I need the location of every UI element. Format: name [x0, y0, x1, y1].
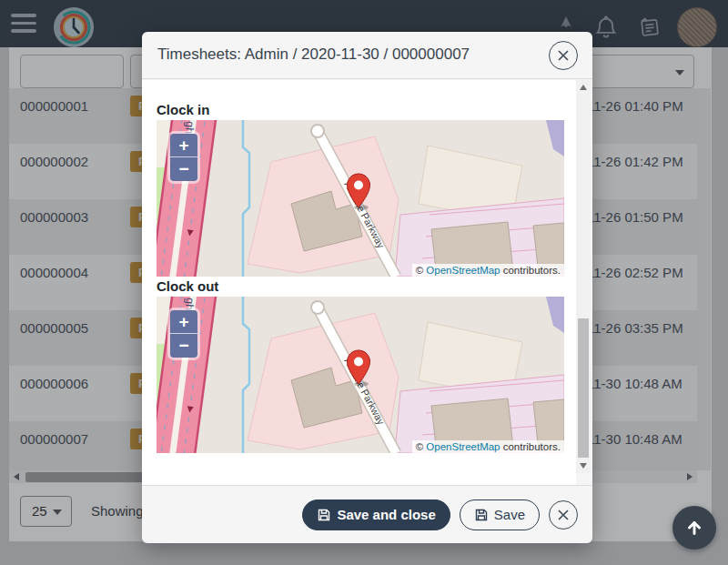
- zoom-out-button[interactable]: −: [170, 334, 197, 358]
- save-icon: [474, 508, 489, 522]
- openstreetmap-link[interactable]: OpenStreetMap: [426, 265, 500, 276]
- close-icon: [557, 509, 570, 521]
- modal-footer: Save and close Save: [142, 485, 592, 543]
- save-and-close-label: Save and close: [337, 507, 435, 522]
- scroll-down-icon[interactable]: [580, 463, 587, 469]
- modal-scroll-thumb[interactable]: [578, 318, 589, 458]
- zoom-in-button[interactable]: +: [170, 134, 197, 157]
- map-marker-icon: [346, 349, 371, 387]
- scroll-up-icon[interactable]: [580, 85, 587, 90]
- modal-title: Timesheets: Admin / 2020-11-30 / 0000000…: [157, 45, 470, 64]
- clock-out-label: Clock out: [157, 278, 218, 294]
- clock-out-map[interactable]: + − © OpenStreetMap contributors.: [157, 297, 564, 453]
- save-button[interactable]: Save: [460, 499, 540, 530]
- save-label: Save: [494, 507, 525, 522]
- modal-header: Timesheets: Admin / 2020-11-30 / 0000000…: [142, 32, 592, 79]
- arrow-up-icon: [684, 518, 704, 538]
- map-marker-icon: [346, 173, 371, 210]
- save-and-close-button[interactable]: Save and close: [302, 499, 450, 530]
- openstreetmap-link[interactable]: OpenStreetMap: [426, 441, 500, 452]
- clock-in-map[interactable]: + − © OpenStreetMap contributors.: [157, 120, 564, 277]
- zoom-out-button[interactable]: −: [170, 157, 197, 181]
- clock-in-label: Clock in: [157, 102, 209, 117]
- save-icon: [317, 508, 331, 522]
- map-zoom-control: + −: [167, 131, 200, 184]
- modal-close-button[interactable]: [549, 41, 578, 70]
- footer-close-button[interactable]: [549, 500, 578, 530]
- map-attribution: © OpenStreetMap contributors.: [412, 440, 564, 453]
- close-icon: [557, 49, 570, 62]
- map-attribution: © OpenStreetMap contributors.: [412, 264, 564, 277]
- timesheet-detail-modal: Timesheets: Admin / 2020-11-30 / 0000000…: [142, 32, 592, 543]
- map-zoom-control: + −: [167, 308, 200, 360]
- scroll-to-top-button[interactable]: [672, 506, 716, 550]
- modal-scrollbar[interactable]: [576, 80, 591, 473]
- zoom-in-button[interactable]: +: [170, 310, 197, 334]
- modal-body: Clock in + − © OpenStreetMap contributor…: [142, 80, 576, 485]
